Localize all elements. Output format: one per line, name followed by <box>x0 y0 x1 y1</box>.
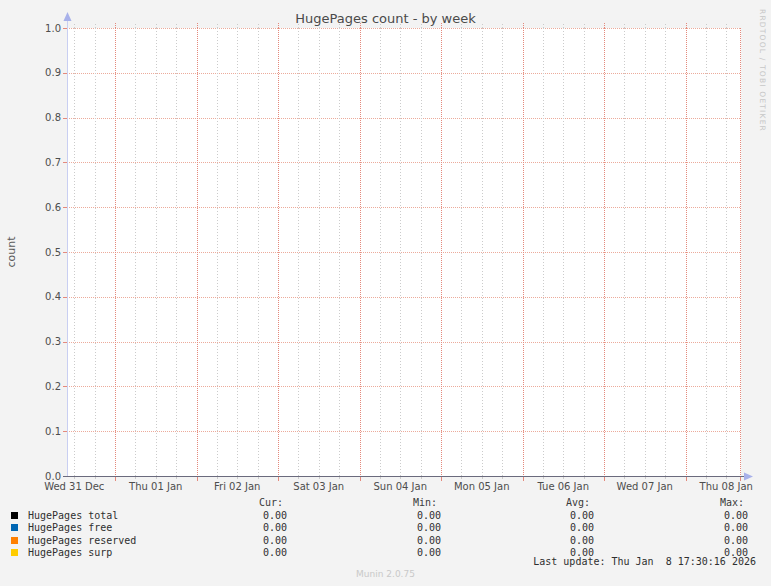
stat-value-max: 0.00 <box>664 510 748 522</box>
stat-value-cur: 0.00 <box>203 522 287 534</box>
x-tick-label: Fri 02 Jan <box>191 481 283 492</box>
y-tick-label: 0.6 <box>0 202 61 213</box>
chart-title: HugePages count - by week <box>0 11 771 26</box>
stat-value-max: 0.00 <box>664 522 748 534</box>
legend-color-swatch <box>11 537 18 544</box>
y-tick-label: 1.0 <box>0 23 61 34</box>
stat-header: Cur: <box>203 497 287 509</box>
y-tick-label: 0.2 <box>0 381 61 392</box>
x-tick-label: Mon 05 Jan <box>436 481 528 492</box>
stat-value-avg: 0.00 <box>510 535 594 547</box>
y-tick-label: 0.0 <box>0 471 61 482</box>
legend-series-name: HugePages total <box>28 510 118 522</box>
stat-value-min: 0.00 <box>357 535 441 547</box>
y-tick-label: 0.8 <box>0 112 61 123</box>
rrdtool-watermark: RRDTOOL / TOBI OETIKER <box>758 9 767 132</box>
stat-value-avg: 0.00 <box>510 510 594 522</box>
y-tick-label: 0.7 <box>0 157 61 168</box>
axis-arrow-icon <box>744 473 753 481</box>
legend-row: HugePages total0.000.000.000.00 <box>0 510 771 522</box>
stat-header: Avg: <box>510 497 594 509</box>
stat-value-max: 0.00 <box>664 535 748 547</box>
legend-series-name: HugePages reserved <box>28 535 136 547</box>
legend-series-name: HugePages free <box>28 522 112 534</box>
legend-color-swatch <box>11 512 18 519</box>
y-tick-label: 0.4 <box>0 291 61 302</box>
x-tick-label: Tue 06 Jan <box>517 481 609 492</box>
x-tick-label: Thu 08 Jan <box>680 481 771 492</box>
legend-color-swatch <box>11 524 18 531</box>
stat-value-avg: 0.00 <box>510 522 594 534</box>
y-tick-label: 0.9 <box>0 67 61 78</box>
last-update: Last update: Thu Jan 8 17:30:16 2026 <box>533 556 756 568</box>
stat-value-min: 0.00 <box>357 522 441 534</box>
legend-row: HugePages reserved0.000.000.000.00 <box>0 535 771 547</box>
stat-value-cur: 0.00 <box>203 535 287 547</box>
y-tick-label: 0.5 <box>0 247 61 258</box>
x-tick-label: Wed 07 Jan <box>599 481 691 492</box>
x-tick-label: Wed 31 Dec <box>28 481 120 492</box>
legend-series-name: HugePages surp <box>28 547 112 559</box>
y-tick-label: 0.1 <box>0 426 61 437</box>
stat-header: Min: <box>357 497 441 509</box>
x-tick-label: Sun 04 Jan <box>354 481 446 492</box>
stat-value-cur: 0.00 <box>203 510 287 522</box>
legend-color-swatch <box>11 549 18 556</box>
legend-header-row: Cur:Min:Avg:Max: <box>0 497 771 509</box>
x-tick-label: Sat 03 Jan <box>273 481 365 492</box>
stat-value-min: 0.00 <box>357 510 441 522</box>
stat-value-cur: 0.00 <box>203 547 287 559</box>
y-tick-label: 0.3 <box>0 336 61 347</box>
plot-grid <box>0 0 771 500</box>
stat-value-min: 0.00 <box>357 547 441 559</box>
x-tick-label: Thu 01 Jan <box>110 481 202 492</box>
legend-row: HugePages free0.000.000.000.00 <box>0 522 771 534</box>
munin-graph-hugepages-week: HugePages count - by week count RRDTOOL … <box>0 0 771 586</box>
stat-header: Max: <box>664 497 748 509</box>
munin-version: Munin 2.0.75 <box>0 569 771 579</box>
